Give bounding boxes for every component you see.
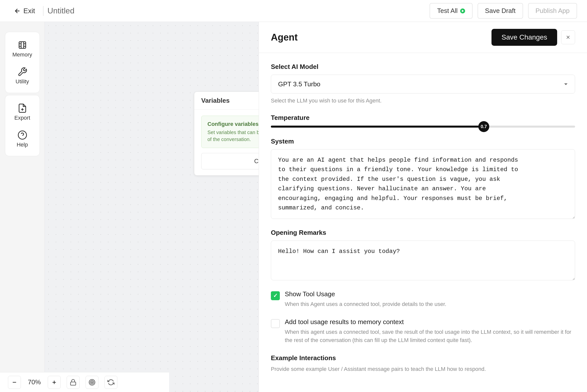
left-sidebar: Memory Utility Export	[0, 22, 45, 392]
zoom-in-icon: +	[52, 378, 56, 386]
configure-hint-title: Configure variables	[208, 121, 259, 127]
svg-point-15	[92, 382, 93, 383]
memory-icon	[18, 40, 27, 50]
panel-header-actions: Save Changes ×	[492, 29, 575, 46]
play-icon	[460, 8, 465, 14]
help-label: Help	[17, 142, 28, 148]
variables-card: Variables Configure variables Set variab…	[194, 92, 259, 176]
topbar-left: Exit Untitled	[10, 5, 74, 17]
opening-remarks-label: Opening Remarks	[271, 229, 575, 236]
sidebar-group-2: Export Help	[5, 95, 40, 156]
export-icon	[18, 103, 27, 113]
temperature-label: Temperature	[271, 114, 575, 122]
right-panel: Agent Save Changes × Select AI Model GPT…	[259, 22, 587, 392]
configure-hint-text: Set variables that can be provided to yo…	[208, 129, 259, 143]
help-icon	[18, 130, 27, 140]
export-label: Export	[14, 115, 30, 121]
utility-icon	[18, 67, 27, 77]
close-icon: ×	[566, 33, 570, 41]
lock-icon	[70, 379, 76, 386]
system-label: System	[271, 138, 575, 145]
topbar: Exit Untitled Test All Save Draft Publis…	[0, 0, 587, 22]
configure-button[interactable]: Configure	[201, 153, 259, 170]
show-tool-usage-row: Show Tool Usage When this Agent uses a c…	[271, 290, 575, 308]
svg-rect-0	[19, 42, 26, 48]
example-interactions-label: Example Interactions	[271, 354, 575, 362]
temperature-value: 0.7	[481, 124, 487, 129]
topbar-right: Test All Save Draft Publish App	[430, 3, 577, 19]
save-draft-label: Save Draft	[485, 7, 516, 14]
topbar-divider	[43, 6, 44, 16]
test-all-label: Test All	[437, 7, 458, 15]
temperature-track: 0.7	[271, 126, 575, 128]
opening-remarks-field-group: Opening Remarks Hello! How can I assist …	[271, 229, 575, 280]
exit-icon	[14, 8, 21, 14]
utility-label: Utility	[16, 78, 29, 85]
zoom-level: 70%	[27, 378, 42, 386]
show-tool-usage-label: Show Tool Usage	[285, 290, 446, 298]
save-changes-label: Save Changes	[502, 33, 547, 41]
add-tool-checkbox[interactable]	[271, 319, 280, 328]
model-hint: Select the LLM you wish to use for this …	[271, 98, 575, 104]
variables-title: Variables	[201, 97, 230, 104]
recycle-icon	[108, 379, 114, 386]
zoom-in-button[interactable]: +	[48, 376, 61, 389]
opening-remarks-textarea[interactable]: Hello! How can I assist you today?	[271, 240, 575, 280]
memory-label: Memory	[12, 52, 32, 58]
panel-header: Agent Save Changes ×	[259, 22, 587, 53]
lock-button[interactable]	[67, 376, 80, 389]
temperature-fill	[271, 126, 484, 128]
test-all-button[interactable]: Test All	[430, 3, 472, 19]
model-field-group: Select AI Model GPT 3.5 Turbo GPT 4 GPT …	[271, 63, 575, 104]
sidebar-item-utility[interactable]: Utility	[7, 63, 38, 89]
temperature-field-group: Temperature 0.7	[271, 114, 575, 128]
panel-title: Agent	[271, 32, 298, 43]
system-field-group: System You are an AI agent that helps pe…	[271, 138, 575, 219]
zoom-out-icon: −	[12, 378, 16, 386]
panel-content: Select AI Model GPT 3.5 Turbo GPT 4 GPT …	[259, 53, 587, 382]
save-draft-button[interactable]: Save Draft	[478, 3, 523, 19]
recycle-button[interactable]	[104, 376, 118, 389]
publish-label: Publish App	[536, 7, 570, 14]
svg-rect-12	[71, 382, 76, 385]
target-icon	[88, 379, 96, 386]
sidebar-item-export[interactable]: Export	[7, 99, 38, 125]
show-tool-usage-checkbox[interactable]	[271, 291, 280, 300]
variables-body: Configure variables Set variables that c…	[194, 110, 259, 175]
add-tool-content: Add tool usage results to memory context…	[285, 318, 575, 344]
configure-btn-label: Configure	[254, 158, 259, 165]
example-interactions-field-group: Example Interactions Provide some exampl…	[271, 354, 575, 372]
sidebar-group-1: Memory Utility	[5, 32, 40, 93]
configure-hint: Configure variables Set variables that c…	[201, 116, 259, 148]
sidebar-item-help[interactable]: Help	[7, 126, 38, 152]
svg-point-14	[90, 380, 94, 384]
exit-label: Exit	[24, 7, 35, 15]
close-panel-button[interactable]: ×	[561, 30, 575, 44]
show-tool-usage-desc: When this Agent uses a connected tool, p…	[285, 300, 446, 308]
sidebar-item-memory[interactable]: Memory	[7, 36, 38, 62]
model-label: Select AI Model	[271, 63, 575, 71]
example-interactions-hint: Provide some example User / Assistant me…	[271, 366, 575, 372]
publish-button[interactable]: Publish App	[528, 3, 577, 19]
main-layout: Memory Utility Export	[0, 0, 587, 392]
add-tool-label: Add tool usage results to memory context	[285, 318, 575, 326]
exit-button[interactable]: Exit	[10, 5, 39, 17]
save-changes-button[interactable]: Save Changes	[492, 29, 557, 46]
system-textarea[interactable]: You are an AI agent that helps people fi…	[271, 149, 575, 219]
variables-header: Variables	[194, 92, 259, 110]
canvas-area[interactable]: Variables Configure variables Set variab…	[45, 22, 259, 392]
page-title: Untitled	[48, 6, 74, 16]
add-tool-desc: When this agent uses a connected tool, s…	[285, 328, 575, 344]
show-tool-usage-content: Show Tool Usage When this Agent uses a c…	[285, 290, 446, 308]
target-button[interactable]	[86, 376, 98, 389]
zoom-out-button[interactable]: −	[8, 376, 21, 389]
add-tool-row: Add tool usage results to memory context…	[271, 318, 575, 344]
model-select[interactable]: GPT 3.5 Turbo GPT 4 GPT 4 Turbo Claude 3…	[271, 74, 575, 94]
temperature-thumb: 0.7	[478, 121, 489, 132]
svg-point-9	[18, 131, 26, 139]
bottom-bar: − 70% +	[0, 372, 169, 392]
